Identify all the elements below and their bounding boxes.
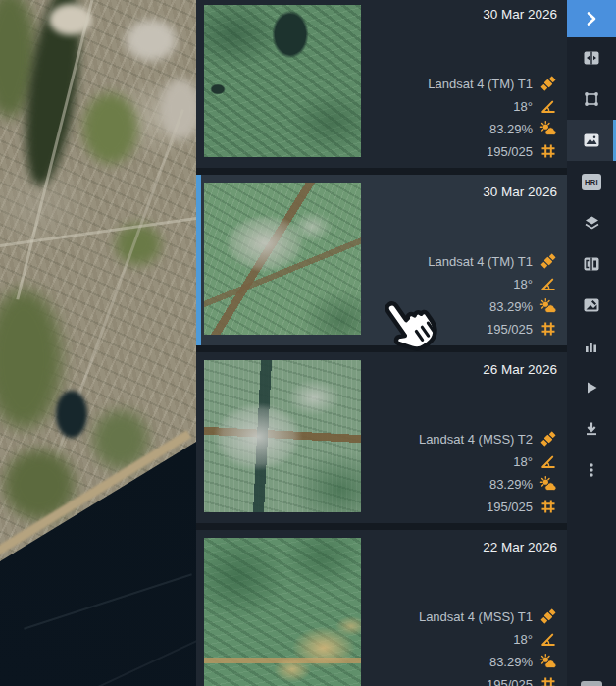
- area-select-icon: [583, 90, 600, 108]
- bottom-tool-partial[interactable]: [581, 681, 602, 686]
- results-panel: 30 Mar 2026 Landsat 4 (TM) T1 18° 83.29%…: [196, 0, 567, 686]
- path-row: 195/025: [487, 322, 533, 337]
- sun-elevation-icon: [539, 452, 557, 470]
- sun-elevation: 18°: [513, 632, 533, 647]
- path-row: 195/025: [487, 500, 533, 514]
- scene-thumbnail[interactable]: [204, 5, 361, 157]
- satellite-icon: [539, 430, 557, 448]
- imagery-tab-button[interactable]: [567, 120, 616, 161]
- map-wake-streak: [24, 573, 192, 630]
- map[interactable]: [0, 0, 196, 686]
- scene-thumbnail[interactable]: [204, 538, 361, 686]
- layers-button[interactable]: [567, 202, 616, 243]
- sun-elevation-icon: [539, 630, 557, 648]
- scene-source: Landsat 4 (TM) T1: [428, 77, 533, 91]
- split-view-icon: [583, 255, 600, 273]
- scene-source: Landsat 4 (MSS) T2: [419, 432, 533, 447]
- map-light-building: [126, 20, 177, 61]
- sun-elevation-icon: [539, 97, 557, 115]
- map-wake-streak: [84, 639, 196, 686]
- more-options-button[interactable]: [567, 449, 616, 491]
- cloud-coverage-icon: [539, 475, 557, 493]
- sun-elevation: 18°: [513, 99, 533, 114]
- split-view-button[interactable]: [567, 243, 616, 285]
- chevron-right-icon: [583, 10, 600, 27]
- collapse-panel-button[interactable]: [567, 0, 616, 37]
- map-park: [83, 93, 137, 164]
- result-item[interactable]: 22 Mar 2026 Landsat 4 (MSS) T1 18° 83.29…: [196, 530, 567, 686]
- sun-elevation: 18°: [513, 454, 533, 469]
- path-row-icon: [539, 142, 557, 160]
- sun-elevation-icon: [539, 275, 557, 292]
- sidebar: HRI: [567, 0, 616, 686]
- result-item[interactable]: 30 Mar 2026 Landsat 4 (TM) T1 18° 83.29%…: [196, 0, 567, 168]
- download-button[interactable]: [567, 408, 616, 449]
- scene-thumbnail[interactable]: [204, 360, 361, 512]
- cloud-coverage-icon: [539, 653, 557, 670]
- path-row: 195/025: [487, 677, 533, 686]
- result-item[interactable]: 26 Mar 2026 Landsat 4 (MSS) T2 18° 83.29…: [196, 352, 567, 523]
- layers-icon: [583, 214, 601, 232]
- satellite-icon: [539, 607, 557, 625]
- scene-date: 26 Mar 2026: [483, 361, 557, 378]
- cloud-coverage-icon: [539, 120, 557, 137]
- timelapse-button[interactable]: [567, 367, 616, 408]
- scene-thumbnail[interactable]: [204, 183, 361, 335]
- scene-source: Landsat 4 (MSS) T1: [419, 609, 533, 624]
- draw-region-button[interactable]: [567, 285, 616, 326]
- hri-button[interactable]: HRI: [567, 161, 616, 202]
- scene-date: 30 Mar 2026: [483, 6, 557, 23]
- cloud-coverage: 83.29%: [489, 122, 533, 136]
- cloud-coverage-icon: [539, 297, 557, 315]
- cloud-coverage: 83.29%: [489, 477, 533, 492]
- scene-source: Landsat 4 (TM) T1: [428, 254, 533, 269]
- path-row-icon: [539, 675, 557, 686]
- cloud-coverage: 83.29%: [489, 299, 533, 314]
- cloud-coverage: 83.29%: [489, 655, 533, 669]
- satellite-icon: [539, 75, 557, 92]
- download-icon: [583, 420, 600, 438]
- satellite-icon: [539, 252, 557, 270]
- path-row-icon: [539, 498, 557, 515]
- scene-date: 30 Mar 2026: [483, 184, 557, 200]
- bar-chart-icon: [583, 338, 600, 355]
- play-icon: [583, 379, 600, 396]
- area-select-button[interactable]: [567, 79, 616, 120]
- scene-date: 22 Mar 2026: [483, 539, 557, 555]
- map-pond: [56, 391, 87, 438]
- result-item[interactable]: 30 Mar 2026 Landsat 4 (TM) T1 18° 83.29%…: [196, 175, 567, 345]
- image-icon: [583, 132, 600, 149]
- statistics-button[interactable]: [567, 326, 616, 367]
- path-row-icon: [539, 320, 557, 338]
- compare-tool-button[interactable]: [567, 37, 616, 79]
- sun-elevation: 18°: [513, 277, 533, 291]
- draw-region-icon: [583, 296, 600, 314]
- path-row: 195/025: [487, 144, 533, 159]
- hri-badge: HRI: [582, 174, 601, 190]
- kebab-menu-icon: [583, 461, 600, 479]
- map-light-building: [160, 79, 196, 139]
- compare-icon: [583, 49, 600, 67]
- map-green-area: [0, 290, 62, 429]
- app-screen: 30 Mar 2026 Landsat 4 (TM) T1 18° 83.29%…: [0, 0, 616, 686]
